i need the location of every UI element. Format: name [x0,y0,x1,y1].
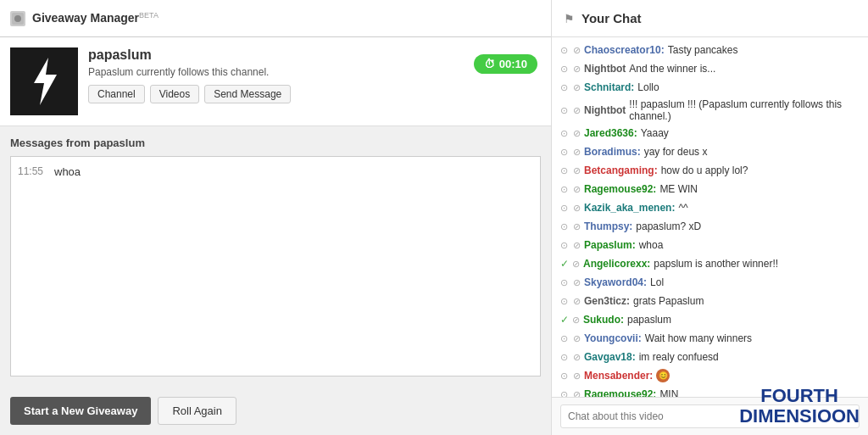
svg-marker-2 [34,58,57,105]
svg-point-1 [14,15,21,22]
chat-message: papslum is another winner!! [654,258,778,270]
checkmark-icon: ✓ [560,314,569,326]
messages-box[interactable]: 11:55 whoa [10,156,541,376]
chat-clock-icon: ⊙ [560,203,568,214]
chat-verified-icon: ⊘ [573,203,581,214]
chat-verified-icon: ⊘ [573,64,581,75]
chat-verified-icon: ⊘ [573,221,581,232]
channel-button[interactable]: Channel [88,85,145,103]
chat-row: ⊙ ⊘ Kazik_aka_menen: ^^ [552,198,868,217]
chat-clock-icon: ⊙ [560,147,568,158]
chat-verified-icon: ⊘ [573,45,581,56]
chat-flag-icon: ⚑ [564,12,575,25]
chat-row: ⊙ ⊘ Betcangaming: how do u apply lol? [552,161,868,180]
chat-row: ⊙ ⊘ Skyaword04: Lol [552,273,868,292]
chat-row: ⊙ ⊘ Ragemouse92: ME WIN [552,180,868,198]
chat-verified-icon: ⊘ [573,147,581,158]
chat-row: ⊙ ⊘ Youngcovii: Wait how many winners [552,329,868,348]
chat-message: MIN [659,388,678,397]
chat-username: Nightbot [584,104,626,116]
profile-section: papaslum Papaslum currently follows this… [0,37,551,126]
profile-buttons: Channel Videos Send Message [88,85,541,103]
app-title: Giveaway ManagerBETA [32,11,159,25]
chat-clock-icon: ⊙ [560,371,568,382]
message-time: 11:55 [18,165,47,178]
send-message-button[interactable]: Send Message [204,85,291,103]
chat-message: ^^ [678,202,687,214]
chat-row: ⊙ ⊘ Chaoscreator10: Tasty pancakes [552,41,868,59]
videos-button[interactable]: Videos [150,85,199,103]
chat-message: Lol [650,276,664,288]
chat-row: ⊙ ⊘ Boradimus: yay for deus x [552,142,868,161]
chat-message: Wait how many winners [645,332,752,344]
message-row: 11:55 whoa [18,164,533,180]
chat-username: Skyaword04: [584,276,647,288]
chat-username: Youngcovii: [584,332,642,344]
chat-row: ⊙ ⊘ Nightbot And the winner is... [552,59,868,78]
chat-row: ⊙ ⊘ Jared3636: Yaaay [552,124,868,142]
chat-message: whoa [639,239,664,251]
user-avatar: 😊 [656,369,670,382]
chat-input[interactable] [560,404,860,428]
chat-clock-icon: ⊙ [560,333,568,344]
chat-clock-icon: ⊙ [560,184,568,195]
chat-message: how do u apply lol? [661,165,748,176]
timer-icon: ⏱ [484,58,495,70]
chat-message: papaslum [627,314,671,326]
chat-input-bar [552,397,868,435]
chat-username: Mensabender: [584,370,653,382]
chat-row: ⊙ ⊘ Ragemouse92: MIN [552,385,868,397]
chat-username: Kazik_aka_menen: [584,202,675,214]
chat-username: Papaslum: [584,239,636,251]
chat-verified-icon: ⊘ [573,371,581,382]
chat-username: Chaoscreator10: [584,44,665,56]
chat-username: Betcangaming: [584,165,658,176]
chat-verified-icon: ⊘ [573,389,581,398]
chat-verified-icon: ⊘ [573,333,581,344]
chat-username: Sukudo: [583,314,624,326]
start-giveaway-button[interactable]: Start a New Giveaway [10,397,151,425]
chat-verified-icon: ⊘ [573,184,581,195]
checkmark-icon: ✓ [560,258,569,270]
chat-username: Thumpsy: [584,220,632,232]
chat-verified-icon: ⊘ [572,259,580,270]
bottom-buttons: Start a New Giveaway Roll Again [0,387,551,435]
avatar [10,47,78,115]
chat-username: Angelicorexx: [583,258,650,270]
chat-verified-icon: ⊘ [572,315,580,326]
chat-message: !!! papaslum !!! (Papaslum currently fol… [629,98,860,122]
chat-row: ⊙ ⊘ Schnitard: Lollo [552,78,868,97]
timer-badge: ⏱ 00:10 [474,54,537,74]
chat-verified-icon: ⊘ [573,296,581,307]
chat-username: Gen3ticz: [584,295,630,307]
chat-clock-icon: ⊙ [560,82,568,93]
chat-username: Gavgav18: [584,351,636,363]
chat-verified-icon: ⊘ [573,165,581,176]
chat-message: im realy confuesd [639,351,719,363]
profile-description: Papaslum currently follows this channel. [88,66,541,78]
chat-clock-icon: ⊙ [560,277,568,288]
chat-row: ⊙ ⊘ Papaslum: whoa [552,236,868,254]
message-text: whoa [54,165,81,178]
chat-message: Yaaay [641,127,669,139]
chat-message: ME WIN [659,183,698,195]
chat-message: papaslum? xD [636,220,701,232]
chat-clock-icon: ⊙ [560,296,568,307]
chat-title: Your Chat [581,11,642,25]
messages-header: Messages from papaslum [10,137,541,149]
roll-again-button[interactable]: Roll Again [158,397,236,425]
chat-message: And the winner is... [629,63,715,75]
chat-row: ⊙ ⊘ Thumpsy: papaslum? xD [552,217,868,236]
chat-clock-icon: ⊙ [560,105,568,116]
chat-message: Tasty pancakes [668,44,738,56]
top-bar: Giveaway ManagerBETA [0,0,551,37]
chat-verified-icon: ⊘ [573,128,581,139]
chat-username: Ragemouse92: [584,388,656,397]
chat-messages[interactable]: ⊙ ⊘ Chaoscreator10: Tasty pancakes ⊙ ⊘ N… [552,37,868,397]
chat-clock-icon: ⊙ [560,128,568,139]
chat-clock-icon: ⊙ [560,165,568,176]
chat-message: Lollo [637,81,659,93]
chat-row: ⊙ ⊘ Gavgav18: im realy confuesd [552,348,868,366]
chat-message: grats Papaslum [633,295,704,307]
chat-username: Ragemouse92: [584,183,656,195]
